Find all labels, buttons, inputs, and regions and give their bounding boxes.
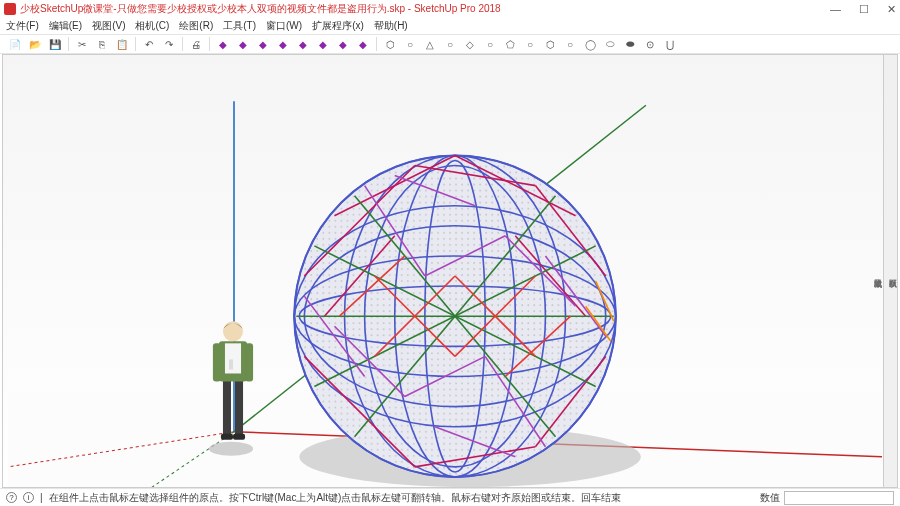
plugin-icon[interactable]: ◆ (334, 36, 352, 52)
shape-icon[interactable]: △ (421, 36, 439, 52)
side-panel[interactable]: 默认面板 显示或隐藏 (883, 55, 897, 487)
menu-edit[interactable]: 编辑(E) (49, 19, 82, 33)
menu-tools[interactable]: 工具(T) (223, 19, 256, 33)
plugin-icon[interactable]: ◆ (354, 36, 372, 52)
menubar: 文件(F) 编辑(E) 视图(V) 相机(C) 绘图(R) 工具(T) 窗口(W… (0, 18, 900, 34)
geodesic-sphere (294, 155, 615, 476)
shape-icon[interactable]: ⬡ (381, 36, 399, 52)
shape-icon[interactable]: ◇ (461, 36, 479, 52)
menu-help[interactable]: 帮助(H) (374, 19, 408, 33)
close-button[interactable]: ✕ (887, 3, 896, 16)
maximize-button[interactable]: ☐ (859, 3, 869, 16)
minimize-button[interactable]: — (830, 3, 841, 16)
open-icon[interactable]: 📂 (26, 36, 44, 52)
titlebar: 少校SketchUp微课堂-只做您需要少校授权或少校本人双项的视频文件都是盗用行… (0, 0, 900, 18)
shape-icon[interactable]: ○ (441, 36, 459, 52)
scene-3d (3, 55, 897, 487)
separator (209, 37, 210, 51)
status-hint: 在组件上点击鼠标左键选择组件的原点。按下Ctrl键(Mac上为Alt键)点击鼠标… (49, 491, 622, 505)
toolbar: 📄 📂 💾 ✂ ⎘ 📋 ↶ ↷ 🖨 ◆ ◆ ◆ ◆ ◆ ◆ ◆ ◆ ⬡ ○ △ … (0, 34, 900, 54)
statusbar: ? i | 在组件上点击鼠标左键选择组件的原点。按下Ctrl键(Mac上为Alt… (0, 488, 900, 506)
separator (376, 37, 377, 51)
shape-icon[interactable]: ⬬ (621, 36, 639, 52)
separator (68, 37, 69, 51)
status-sep: | (40, 492, 43, 503)
plugin-icon[interactable]: ◆ (274, 36, 292, 52)
shape-icon[interactable]: ○ (401, 36, 419, 52)
info-icon[interactable]: i (23, 492, 34, 503)
menu-view[interactable]: 视图(V) (92, 19, 125, 33)
separator (135, 37, 136, 51)
measurement-label: 数值 (760, 491, 780, 505)
shape-icon[interactable]: ⊙ (641, 36, 659, 52)
plugin-icon[interactable]: ◆ (214, 36, 232, 52)
svg-rect-2 (235, 376, 243, 436)
shape-icon[interactable]: ⋃ (661, 36, 679, 52)
window-title: 少校SketchUp微课堂-只做您需要少校授权或少校本人双项的视频文件都是盗用行… (20, 2, 501, 16)
app-icon (4, 3, 16, 15)
svg-rect-6 (245, 343, 253, 381)
menu-file[interactable]: 文件(F) (6, 19, 39, 33)
menu-window[interactable]: 窗口(W) (266, 19, 302, 33)
shape-icon[interactable]: ◯ (581, 36, 599, 52)
undo-icon[interactable]: ↶ (140, 36, 158, 52)
new-icon[interactable]: 📄 (6, 36, 24, 52)
plugin-icon[interactable]: ◆ (294, 36, 312, 52)
shape-icon[interactable]: ○ (521, 36, 539, 52)
menu-extensions[interactable]: 扩展程序(x) (312, 19, 364, 33)
svg-point-7 (223, 321, 243, 341)
shape-icon[interactable]: ○ (561, 36, 579, 52)
measurement-input[interactable] (784, 491, 894, 505)
paste-icon[interactable]: 📋 (113, 36, 131, 52)
svg-rect-9 (221, 434, 233, 440)
shape-icon[interactable]: ○ (481, 36, 499, 52)
redo-icon[interactable]: ↷ (160, 36, 178, 52)
svg-rect-4 (225, 343, 241, 373)
menu-draw[interactable]: 绘图(R) (179, 19, 213, 33)
save-icon[interactable]: 💾 (46, 36, 64, 52)
viewport[interactable]: 默认面板 显示或隐藏 (2, 54, 898, 488)
figure-shadow (209, 442, 253, 456)
svg-rect-8 (229, 359, 233, 369)
menu-camera[interactable]: 相机(C) (135, 19, 169, 33)
shape-icon[interactable]: ⬭ (601, 36, 619, 52)
svg-rect-1 (223, 376, 231, 436)
window-controls: — ☐ ✕ (830, 3, 896, 16)
shape-icon[interactable]: ⬡ (541, 36, 559, 52)
plugin-icon[interactable]: ◆ (254, 36, 272, 52)
print-icon[interactable]: 🖨 (187, 36, 205, 52)
cut-icon[interactable]: ✂ (73, 36, 91, 52)
svg-rect-10 (233, 434, 245, 440)
shape-icon[interactable]: ⬠ (501, 36, 519, 52)
plugin-icon[interactable]: ◆ (234, 36, 252, 52)
svg-rect-5 (213, 343, 221, 381)
help-icon[interactable]: ? (6, 492, 17, 503)
separator (182, 37, 183, 51)
copy-icon[interactable]: ⎘ (93, 36, 111, 52)
plugin-icon[interactable]: ◆ (314, 36, 332, 52)
